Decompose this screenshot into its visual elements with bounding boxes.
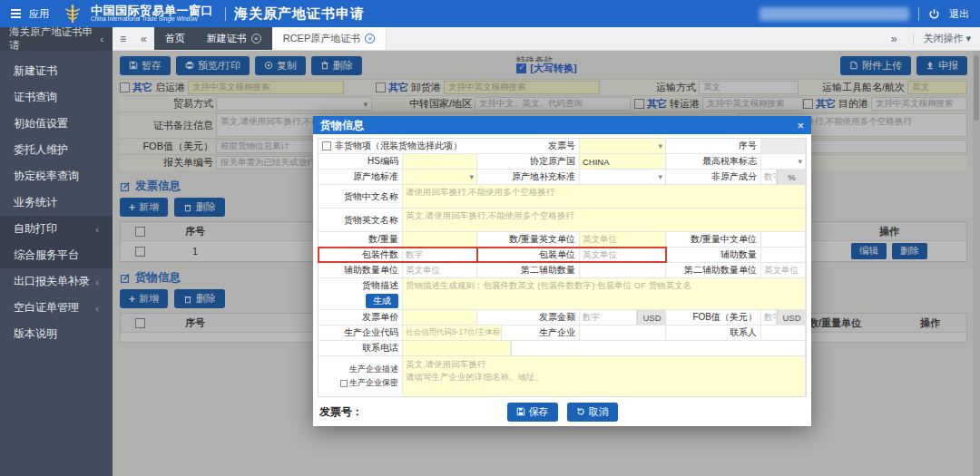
modal-title: 货物信息 [320,118,364,133]
aux-qty-input[interactable] [760,248,806,262]
invoice-amount-input[interactable]: 数字 [579,310,637,325]
non-origin-label: 非原产成分 [666,170,760,184]
pkg-unit-input[interactable]: 英文单位 [579,248,666,262]
origin-country-label: 协定原产国 [477,154,579,169]
username-blurred [760,7,909,21]
tab-close-icon[interactable]: × [251,34,261,44]
aux2-qty-label: 第二辅助数量 [477,263,579,277]
non-goods-checkbox[interactable] [322,141,331,151]
aux-unit-label: 辅助数量单位 [318,263,402,277]
pkg-count-label: 包装件数 [318,248,402,262]
logout-button[interactable]: 退出 [949,7,969,21]
tab-new-certificate[interactable]: 新建证书 × [196,27,272,50]
goods-cn-name-textarea[interactable]: 请使用回车换行,不能使用多个空格换行 [402,185,806,208]
modal-seq-readonly [760,139,806,153]
generate-description-button[interactable]: 生成 [366,294,398,308]
modal-header: 货物信息 × [313,116,811,134]
sidebar-item-blank-certificates[interactable]: 空白证单管理‹ [0,295,113,321]
top-header: 应用 中国国际贸易单一窗口 China International Trade … [0,0,980,27]
tabs-scroll-right-icon[interactable]: » [884,33,905,45]
unit-price-input[interactable] [402,310,477,325]
goods-desc-textarea[interactable]: 货物描述生成规则：包装件数英文 (包装件数数字) 包装单位 OF 货物英文名 [402,278,806,309]
chevron-left-icon: ‹ [95,303,99,314]
sidebar-item-export-declaration[interactable]: 出口报关单补录‹ [0,268,113,295]
apps-menu[interactable]: 应用 [29,7,49,21]
brand-text: 中国国际贸易单一窗口 China International Trade Sin… [91,5,213,23]
hamburger-icon[interactable] [11,9,21,18]
tab-menu-icon[interactable]: ≡ [113,27,133,50]
sidebar-header[interactable]: 海关原产地证书申请 ‹ [0,27,113,51]
percent-suffix: % [777,170,806,184]
chevron-left-icon: ‹ [95,224,99,235]
goods-en-name-textarea[interactable]: 英文,请使用回车换行,不能使用多个空格换行 [402,209,806,231]
power-icon[interactable] [928,8,940,20]
modal-cancel-button[interactable]: 取消 [567,403,618,422]
producer-label: 生产企业 [502,325,579,340]
modal-save-button[interactable]: 保存 [507,403,558,422]
chevron-left-icon: ‹ [95,277,99,287]
tab-home[interactable]: 首页 [154,27,196,50]
phone-label: 联系电话 [318,341,402,355]
qty-en-unit-label: 数/重量英文单位 [477,232,579,247]
undo-icon [576,407,585,416]
sidebar-item-client-maintenance[interactable]: 委托人维护 [0,137,113,163]
modal-invoice-no-label: 发票号 [477,139,579,153]
sidebar-item-business-stats[interactable]: 业务统计 [0,189,113,216]
origin-supp-standard-select[interactable] [579,170,666,184]
goods-en-name-label: 货物英文名称 [318,209,402,231]
qty-cn-unit-label: 数/重量中文单位 [666,232,760,247]
aux2-qty-input[interactable] [579,263,666,277]
sidebar-item-initial-settings[interactable]: 初始值设置 [0,111,113,137]
goods-cn-name-label: 货物中文名称 [318,185,402,208]
close-operations-dropdown[interactable]: 关闭操作 ▾ [923,32,971,45]
header-divider [225,7,226,21]
qty-input[interactable] [402,232,477,247]
sidebar-item-new-certificate[interactable]: 新建证书 [0,58,113,84]
producer-input[interactable] [579,325,666,340]
qty-cn-unit-input[interactable] [760,232,806,247]
contact-input[interactable] [760,325,806,340]
producer-secret-option[interactable]: 生产企业保密 [340,377,398,389]
phone-input[interactable] [402,341,511,355]
invoice-amount-label: 发票金额 [477,310,579,325]
goods-desc-label: 货物描述 [362,279,398,292]
origin-country-input[interactable]: CHINA [579,154,666,169]
tab-strip: ≡ « 首页 新建证书 × RCEP原产地证书 × » 关闭操作 ▾ [113,27,980,51]
modal-fob-label: FOB值（美元） [666,310,760,325]
non-goods-option[interactable]: 非货物项（混装货物选择此项） [318,139,477,153]
modal-close-icon[interactable]: × [797,119,804,132]
sidebar-item-certificate-query[interactable]: 证书查询 [0,84,113,111]
max-rate-select[interactable] [760,154,806,169]
sidebar-collapse-icon[interactable]: ‹ [100,34,103,44]
modal-seq-label: 序号 [666,139,760,153]
header-divider [918,7,919,21]
tab-close-icon[interactable]: × [365,34,375,44]
strip-divider [913,33,914,45]
sidebar-item-service-platform[interactable]: 综合服务平台 [0,242,113,268]
modal-invoice-no-select[interactable] [579,139,666,153]
sidebar-item-tariff-query[interactable]: 协定税率查询 [0,163,113,189]
goods-info-modal: 货物信息 × 非货物项（混装货物选择此项） 发票号 序号 [313,116,811,426]
sidebar-item-self-print[interactable]: 自助打印‹ [0,216,113,242]
modal-bottom-invoice-label: 发票号： [319,404,363,420]
modal-fob-input[interactable]: 数字 [760,310,777,325]
tabs-scroll-left-icon[interactable]: « [133,27,154,50]
tab-rcep-certificate[interactable]: RCEP原产地证书 × [272,27,387,50]
floppy-icon [516,407,525,416]
sidebar-header-title: 海关原产地证书申请 [9,25,100,53]
producer-secret-checkbox[interactable] [340,380,348,387]
sidebar-item-version-notes[interactable]: 版本说明 [0,321,113,347]
empty-cell [511,341,806,355]
brand-title-en: China International Trade Single Window [91,16,213,23]
aux2-unit-input[interactable]: 英文单位 [760,263,806,277]
page-title: 海关原产地证书申请 [234,5,365,23]
producer-code-input[interactable]: 社会信用代码9-17位/主体标识码 [402,325,502,340]
origin-standard-select[interactable] [402,170,477,184]
pkg-count-input[interactable]: 数字 [402,248,477,262]
hs-code-input[interactable] [402,154,477,169]
qty-en-unit-input[interactable]: 英文单位 [579,232,666,247]
aux-unit-input[interactable]: 英文单位 [402,263,477,277]
origin-supp-standard-label: 原产地补充标准 [477,170,579,184]
non-origin-input[interactable]: 数字 [760,170,777,184]
producer-desc-textarea[interactable]: 英文,请使用回车换行 请填写生产企业的详细名称、地址。 [402,356,806,396]
